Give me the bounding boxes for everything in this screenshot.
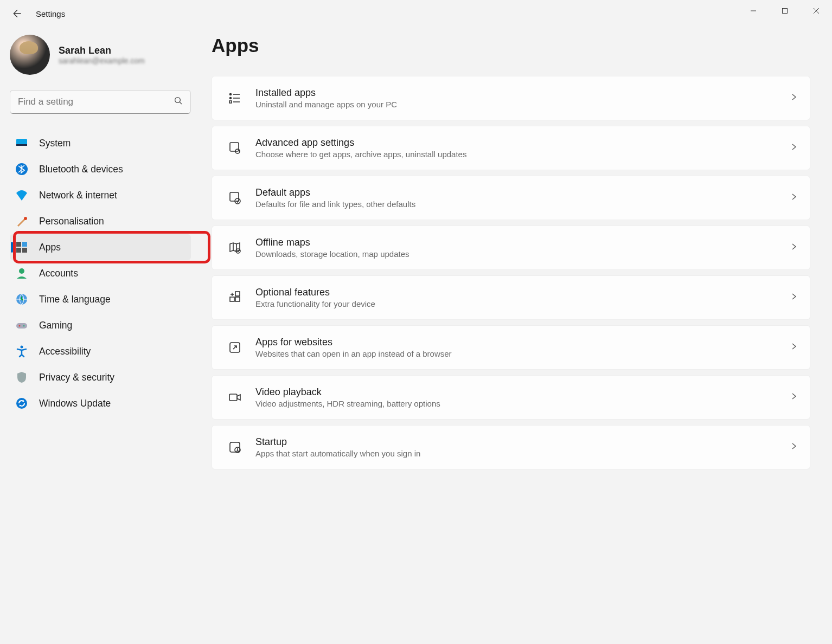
search-icon — [174, 96, 183, 108]
accessibility-icon — [15, 345, 28, 358]
back-button[interactable] — [7, 3, 28, 24]
chevron-right-icon — [790, 343, 798, 352]
sidebar-item-label: Bluetooth & devices — [39, 164, 123, 175]
video-icon — [224, 387, 246, 408]
sidebar-item-gaming[interactable]: Gaming — [10, 312, 191, 338]
sidebar-item-accounts[interactable]: Accounts — [10, 260, 191, 286]
card-text: Startup Apps that start automatically wh… — [255, 436, 790, 458]
maximize-button[interactable] — [769, 0, 801, 22]
chevron-right-icon — [790, 93, 798, 103]
card-title: Advanced app settings — [255, 137, 790, 149]
sidebar-nav: System Bluetooth & devices Network & int… — [10, 130, 191, 416]
svg-rect-36 — [229, 394, 237, 401]
optional-icon — [224, 287, 246, 308]
sidebar-item-network[interactable]: Network & internet — [10, 182, 191, 208]
sidebar-item-apps[interactable]: Apps — [10, 234, 191, 260]
card-title: Offline maps — [255, 237, 790, 248]
card-websites[interactable]: Apps for websites Websites that can open… — [212, 325, 810, 370]
svg-rect-16 — [16, 323, 27, 329]
profile-email: sarahlean@example.com — [59, 56, 145, 65]
page-title: Apps — [212, 35, 810, 56]
svg-rect-25 — [229, 101, 232, 103]
svg-point-19 — [21, 346, 23, 349]
sidebar-item-label: System — [39, 138, 71, 149]
card-subtitle: Video adjustments, HDR streaming, batter… — [255, 399, 790, 408]
sidebar-item-personalisation[interactable]: Personalisation — [10, 208, 191, 234]
card-installed[interactable]: Installed apps Uninstall and manage apps… — [212, 76, 810, 120]
card-text: Installed apps Uninstall and manage apps… — [255, 87, 790, 109]
gaming-icon — [15, 319, 28, 332]
titlebar: Settings — [0, 0, 832, 27]
sidebar-item-label: Personalisation — [39, 216, 104, 227]
svg-rect-10 — [16, 242, 21, 247]
profile[interactable]: Sarah Lean sarahlean@example.com — [10, 35, 191, 75]
svg-point-8 — [16, 163, 28, 175]
bluetooth-icon — [15, 163, 28, 176]
sidebar-item-label: Accounts — [39, 268, 78, 279]
svg-point-21 — [230, 94, 232, 95]
chevron-right-icon — [790, 193, 798, 203]
sidebar-item-label: Gaming — [39, 320, 72, 331]
maximize-icon — [782, 8, 788, 14]
svg-point-14 — [19, 268, 24, 274]
card-video[interactable]: Video playback Video adjustments, HDR st… — [212, 375, 810, 420]
svg-point-17 — [19, 325, 21, 327]
sidebar-item-update[interactable]: Windows Update — [10, 390, 191, 416]
card-title: Apps for websites — [255, 337, 790, 348]
card-title: Installed apps — [255, 87, 790, 99]
advanced-icon — [224, 137, 246, 159]
search-input[interactable] — [10, 90, 191, 114]
sidebar-item-label: Windows Update — [39, 398, 111, 409]
sidebar-item-label: Time & language — [39, 294, 111, 305]
sidebar-item-bluetooth[interactable]: Bluetooth & devices — [10, 156, 191, 182]
svg-rect-11 — [22, 242, 27, 247]
card-subtitle: Apps that start automatically when you s… — [255, 449, 790, 458]
card-subtitle: Defaults for file and link types, other … — [255, 199, 790, 209]
minimize-icon — [750, 8, 757, 14]
chevron-right-icon — [790, 143, 798, 153]
chevron-right-icon — [790, 293, 798, 302]
card-optional[interactable]: Optional features Extra functionality fo… — [212, 275, 810, 320]
close-icon — [813, 8, 820, 14]
profile-name: Sarah Lean — [59, 45, 145, 56]
network-icon — [15, 189, 28, 202]
card-title: Default apps — [255, 187, 790, 198]
card-text: Apps for websites Websites that can open… — [255, 337, 790, 358]
card-text: Optional features Extra functionality fo… — [255, 287, 790, 308]
chevron-right-icon — [790, 243, 798, 253]
card-startup[interactable]: Startup Apps that start automatically wh… — [212, 425, 810, 469]
sidebar-item-label: Apps — [39, 242, 61, 253]
sidebar-item-accessibility[interactable]: Accessibility — [10, 338, 191, 364]
close-button[interactable] — [801, 0, 832, 22]
card-default[interactable]: Default apps Defaults for file and link … — [212, 176, 810, 220]
svg-rect-27 — [230, 143, 239, 151]
sidebar-item-time[interactable]: Time & language — [10, 286, 191, 312]
card-offline[interactable]: Offline maps Downloads, storage location… — [212, 226, 810, 270]
svg-point-9 — [24, 217, 27, 220]
svg-rect-13 — [22, 248, 27, 253]
card-advanced[interactable]: Advanced app settings Choose where to ge… — [212, 126, 810, 170]
startup-icon — [224, 436, 246, 458]
card-text: Default apps Defaults for file and link … — [255, 187, 790, 209]
svg-line-5 — [180, 102, 182, 104]
offline-icon — [224, 237, 246, 259]
update-icon — [15, 397, 28, 410]
main: Apps Installed apps Uninstall and manage… — [201, 35, 832, 475]
window-title: Settings — [36, 9, 65, 18]
chevron-right-icon — [790, 442, 798, 452]
chevron-right-icon — [790, 392, 798, 402]
system-icon — [15, 137, 28, 150]
installed-icon — [224, 87, 246, 109]
privacy-icon — [15, 371, 28, 384]
apps-icon — [15, 241, 28, 254]
svg-rect-29 — [230, 192, 239, 201]
sidebar-item-label: Accessibility — [39, 346, 91, 357]
svg-rect-33 — [235, 297, 240, 301]
sidebar-item-system[interactable]: System — [10, 130, 191, 156]
card-text: Video playback Video adjustments, HDR st… — [255, 387, 790, 408]
avatar — [10, 35, 50, 75]
minimize-button[interactable] — [738, 0, 769, 22]
sidebar-item-privacy[interactable]: Privacy & security — [10, 364, 191, 390]
card-text: Advanced app settings Choose where to ge… — [255, 137, 790, 159]
sidebar: Sarah Lean sarahlean@example.com System … — [0, 35, 201, 475]
